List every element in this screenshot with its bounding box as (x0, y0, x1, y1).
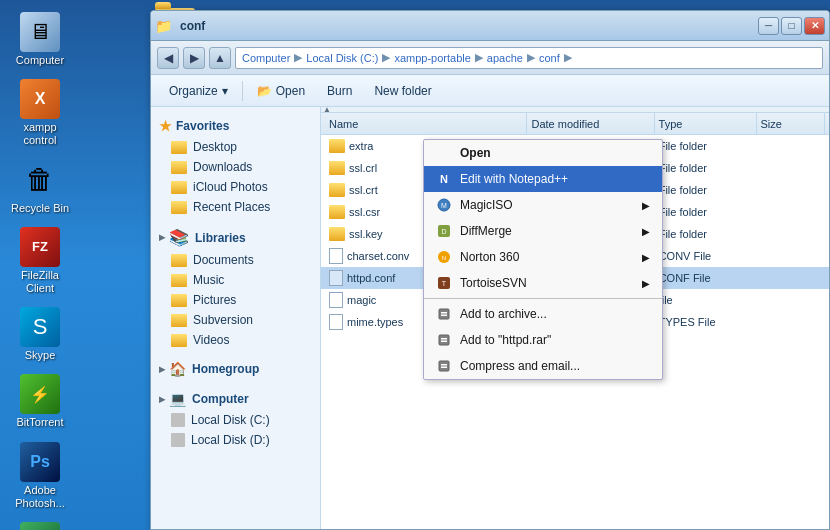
path-segment-xampp[interactable]: xampp-portable (394, 52, 470, 64)
path-segment-computer[interactable]: Computer (242, 52, 290, 64)
up-button[interactable]: ▲ (209, 47, 231, 69)
back-button[interactable]: ◀ (157, 47, 179, 69)
sidebar-item-local-c[interactable]: Local Disk (C:) (155, 410, 316, 430)
open-icon: 📂 (257, 84, 272, 98)
tortoisesvn-icon: T (436, 275, 452, 291)
recycle-bin-icon[interactable]: 🗑 Recycle Bin (5, 156, 75, 219)
folder-icon-icloud (171, 181, 187, 194)
skype-icon-label: Skype (25, 349, 56, 362)
disk-icon-c (171, 413, 185, 427)
skype-icon[interactable]: S Skype (5, 303, 75, 366)
path-segment-conf[interactable]: conf (539, 52, 560, 64)
col-header-size[interactable]: Size (757, 113, 825, 134)
close-button[interactable]: ✕ (804, 17, 825, 35)
sidebar-item-icloud[interactable]: iCloud Photos (155, 177, 316, 197)
folder-icon-recent (171, 201, 187, 214)
file-list-header: Name Date modified Type Size (321, 113, 829, 135)
folder-icon-desktop (171, 141, 187, 154)
ctx-add-httpd-rar[interactable]: Add to "httpd.rar" (424, 327, 662, 353)
folder-icon-downloads (171, 161, 187, 174)
rar-icon (436, 332, 452, 348)
svg-rect-8 (439, 309, 449, 319)
notepad-icon: N (436, 171, 452, 187)
libraries-header[interactable]: ▶ 📚 Libraries (155, 225, 316, 250)
xampp-icon[interactable]: X xampp control (5, 75, 75, 151)
sidebar-item-videos[interactable]: Videos (155, 330, 316, 350)
submenu-arrow: ▶ (642, 278, 650, 289)
filezilla-icon[interactable]: FZ FileZilla Client (5, 223, 75, 299)
sidebar-item-subversion[interactable]: Subversion (155, 310, 316, 330)
ctx-add-archive[interactable]: Add to archive... (424, 301, 662, 327)
homegroup-label: Homegroup (192, 362, 259, 376)
sidebar-item-desktop[interactable]: Desktop (155, 137, 316, 157)
sidebar: ★ Favorites Desktop Downloads iCloud Pho… (151, 107, 321, 529)
folder-icon-pictures (171, 294, 187, 307)
svg-text:D: D (441, 228, 446, 235)
col-header-type[interactable]: Type (655, 113, 757, 134)
desktop: 🖥 Computer X xampp control 🗑 Recycle Bin… (0, 0, 830, 530)
folder-icon-videos (171, 334, 187, 347)
svg-rect-15 (441, 364, 447, 366)
svg-rect-14 (439, 361, 449, 371)
homegroup-header[interactable]: ▶ 🏠 Homegroup (155, 358, 316, 380)
path-segment-localdisk[interactable]: Local Disk (C:) (306, 52, 378, 64)
sidebar-item-recent[interactable]: Recent Places (155, 197, 316, 217)
open-icon (436, 145, 452, 161)
folder-icon-documents (171, 254, 187, 267)
ctx-edit-notepad[interactable]: N Edit with Notepad++ (424, 166, 662, 192)
doc-icon (329, 292, 343, 308)
svg-text:N: N (442, 255, 446, 261)
window-controls: ─ □ ✕ (758, 17, 825, 35)
submenu-arrow: ▶ (642, 226, 650, 237)
libraries-section: ▶ 📚 Libraries Documents Music Pict (155, 225, 316, 350)
ctx-separator (424, 298, 662, 299)
computer-icon[interactable]: 🖥 Computer (5, 8, 75, 71)
maximize-button[interactable]: □ (781, 17, 802, 35)
organize-button[interactable]: Organize ▾ (159, 81, 238, 101)
bittorrent-icon[interactable]: ⚡ BitTorrent (5, 370, 75, 433)
desktop-icon-column: 🖥 Computer X xampp control 🗑 Recycle Bin… (0, 0, 80, 530)
computer-section: ▶ 💻 Computer Local Disk (C:) Local Disk … (155, 388, 316, 450)
photoshop-icon-label: Adobe Photosh... (9, 484, 71, 510)
compress-email-icon (436, 358, 452, 374)
svg-rect-9 (441, 312, 447, 314)
minimize-button[interactable]: ─ (758, 17, 779, 35)
computer-label: Computer (192, 392, 249, 406)
col-header-name[interactable]: Name (325, 113, 527, 134)
favorites-section: ★ Favorites Desktop Downloads iCloud Pho… (155, 115, 316, 217)
disk-icon-d (171, 433, 185, 447)
path-segment-apache[interactable]: apache (487, 52, 523, 64)
address-path[interactable]: Computer ▶ Local Disk (C:) ▶ xampp-porta… (235, 47, 823, 69)
toolbar-separator (242, 81, 243, 101)
sidebar-item-music[interactable]: Music (155, 270, 316, 290)
open-button[interactable]: 📂 Open (247, 81, 315, 101)
photoshop-icon[interactable]: Ps Adobe Photosh... (5, 438, 75, 514)
svg-rect-10 (441, 315, 447, 317)
homegroup-section: ▶ 🏠 Homegroup (155, 358, 316, 380)
computer-expand-icon: ▶ (159, 395, 165, 404)
folder-icon (329, 205, 345, 219)
folder-icon-subversion (171, 314, 187, 327)
address-bar: ◀ ▶ ▲ Computer ▶ Local Disk (C:) ▶ xampp… (151, 41, 829, 75)
ctx-compress-email[interactable]: Compress and email... (424, 353, 662, 379)
ctx-open[interactable]: Open (424, 140, 662, 166)
new-folder-button[interactable]: New folder (364, 81, 441, 101)
svg-rect-13 (441, 341, 447, 343)
ctx-tortoisesvn[interactable]: T TortoiseSVN ▶ (424, 270, 662, 296)
ctx-norton[interactable]: N Norton 360 ▶ (424, 244, 662, 270)
commview-icon[interactable]: CV CommView for WiFi (5, 518, 75, 530)
col-header-date[interactable]: Date modified (527, 113, 654, 134)
computer-header[interactable]: ▶ 💻 Computer (155, 388, 316, 410)
sidebar-item-local-d[interactable]: Local Disk (D:) (155, 430, 316, 450)
sidebar-item-pictures[interactable]: Pictures (155, 290, 316, 310)
ctx-magiciso[interactable]: M MagicISO ▶ (424, 192, 662, 218)
ctx-diffmerge[interactable]: D DiffMerge ▶ (424, 218, 662, 244)
forward-button[interactable]: ▶ (183, 47, 205, 69)
favorites-header[interactable]: ★ Favorites (155, 115, 316, 137)
burn-button[interactable]: Burn (317, 81, 362, 101)
sidebar-item-downloads[interactable]: Downloads (155, 157, 316, 177)
folder-icon (329, 227, 345, 241)
sidebar-item-documents[interactable]: Documents (155, 250, 316, 270)
homegroup-expand-icon: ▶ (159, 365, 165, 374)
svg-rect-12 (441, 338, 447, 340)
